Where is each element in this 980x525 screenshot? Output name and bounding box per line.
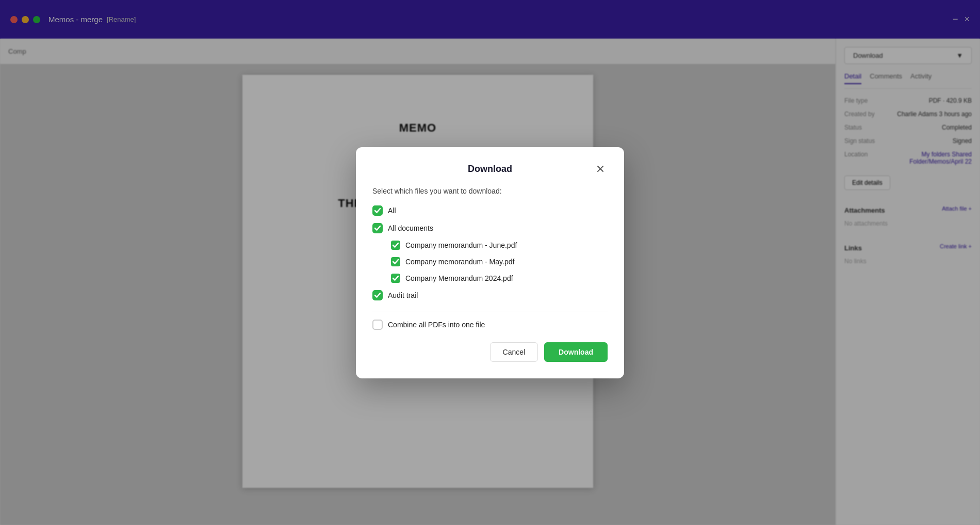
checkbox-combine-label: Combine all PDFs into one file [388,321,485,329]
modal-divider [372,311,608,311]
checkbox-doc2-label: Company memorandum - May.pdf [405,258,514,266]
checkbox-combine[interactable]: Combine all PDFs into one file [372,320,608,330]
checkbox-audit-trail[interactable]: Audit trail [372,290,608,300]
modal-close-button[interactable] [593,162,608,176]
checkbox-doc1-box[interactable] [391,241,400,250]
modal-subtitle: Select which files you want to download: [372,187,608,195]
download-button[interactable]: Download [544,342,608,362]
modal-header: Download [372,164,608,174]
modal-footer: Cancel Download [372,342,608,362]
checkbox-doc3-label: Company Memorandum 2024.pdf [405,274,513,282]
checkbox-doc3-box[interactable] [391,274,400,283]
checkbox-all-documents-box[interactable] [372,223,383,233]
checkbox-doc2[interactable]: Company memorandum - May.pdf [391,257,608,266]
checkbox-combine-box[interactable] [372,320,383,330]
checkbox-audit-trail-label: Audit trail [388,291,418,299]
checkbox-all[interactable]: All [372,205,608,216]
modal-title: Download [468,164,512,174]
download-modal: Download Select which files you want to … [356,147,624,378]
checkbox-doc1[interactable]: Company memorandum - June.pdf [391,241,608,250]
cancel-button[interactable]: Cancel [490,342,538,362]
checkbox-audit-trail-box[interactable] [372,290,383,300]
checkbox-all-documents[interactable]: All documents [372,223,608,233]
checkbox-all-box[interactable] [372,205,383,216]
checkbox-doc2-box[interactable] [391,257,400,266]
checkbox-all-label: All [388,206,396,215]
checkbox-doc1-label: Company memorandum - June.pdf [405,241,517,249]
checkbox-doc3[interactable]: Company Memorandum 2024.pdf [391,274,608,283]
checkbox-all-documents-label: All documents [388,224,433,232]
file-selection-list: All All documents Company memorandum - J… [372,205,608,300]
